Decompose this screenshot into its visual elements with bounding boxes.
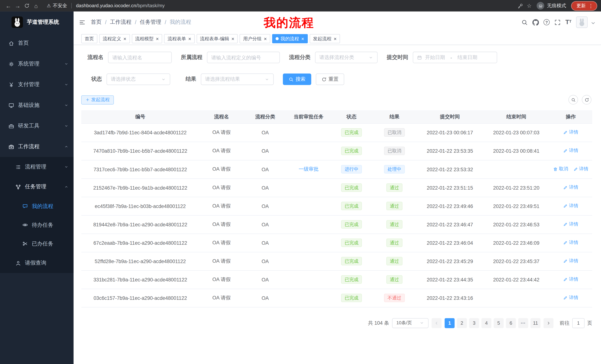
page-title-annotation: 我的流程 xyxy=(264,15,314,31)
view-tab[interactable]: 用户分组 × xyxy=(240,34,270,43)
browser-menu-icon[interactable]: ⋮ xyxy=(588,3,593,8)
table-row: 7470a810-7b9b-11ec-b5b7-acde48001122 OA … xyxy=(81,142,592,160)
breadcrumb-item[interactable]: 工作流程 xyxy=(110,19,131,26)
status-badge: 进行中 xyxy=(341,165,362,173)
detail-link[interactable]: 详情 xyxy=(563,221,578,228)
sidebar-item-todo-tasks[interactable]: 待办任务 xyxy=(0,216,74,234)
view-tab[interactable]: 首页 × xyxy=(81,34,98,43)
home-icon xyxy=(8,40,14,46)
close-icon[interactable]: × xyxy=(334,36,337,41)
search-button[interactable]: 搜索 xyxy=(283,74,311,85)
security-indicator[interactable]: ⚠不安全 xyxy=(47,2,67,9)
process-name-input[interactable] xyxy=(112,55,168,60)
close-icon[interactable]: × xyxy=(301,36,304,41)
detail-link[interactable]: 详情 xyxy=(563,295,578,301)
sidebar-item-process-mgmt[interactable]: 流程管理 xyxy=(0,157,74,177)
browser-forward-icon[interactable]: → xyxy=(13,1,22,10)
close-icon[interactable]: × xyxy=(156,36,159,41)
url-host: dashboard.yudao.iocoder.cn xyxy=(76,3,136,9)
detail-link[interactable]: 详情 xyxy=(563,276,578,283)
address-bar[interactable]: dashboard.yudao.iocoder.cn/bpm/task/my xyxy=(76,3,165,9)
help-icon[interactable]: ? xyxy=(544,19,550,25)
bookmark-star-icon[interactable]: ☆ xyxy=(527,3,532,9)
status-select[interactable]: 请选择状态 xyxy=(107,74,170,85)
sidebar-item-task-mgmt[interactable]: 任务管理 xyxy=(0,177,74,197)
result-select[interactable]: 请选择流程结果 xyxy=(201,74,274,85)
sidebar-item-done-tasks[interactable]: 已办任务 xyxy=(0,234,74,253)
current-task-link[interactable]: 一级审批 xyxy=(299,166,319,172)
page-button[interactable]: 11 xyxy=(531,318,541,328)
page-button[interactable]: 3 xyxy=(469,318,479,328)
browser-reload-icon[interactable] xyxy=(22,1,31,10)
page-button[interactable]: 4 xyxy=(481,318,491,328)
cancel-link[interactable]: 取消 xyxy=(553,166,568,172)
page-button[interactable]: 1 xyxy=(445,318,455,328)
close-icon[interactable]: × xyxy=(264,36,267,41)
avatar-caret-icon[interactable] xyxy=(590,20,596,26)
url-divider xyxy=(71,3,72,9)
detail-link[interactable]: 详情 xyxy=(563,258,578,264)
table-row: 03c6c157-7b9a-11ec-a290-acde48001122 OA … xyxy=(81,289,592,307)
fullscreen-icon[interactable] xyxy=(554,19,561,25)
close-icon[interactable]: × xyxy=(123,36,127,41)
cell-id: 331bc281-7b9a-11ec-a290-acde48001122 xyxy=(81,270,199,289)
password-key-icon[interactable] xyxy=(518,3,523,9)
incognito-icon xyxy=(537,2,544,10)
result-badge: 已取消 xyxy=(384,128,405,136)
close-icon[interactable]: × xyxy=(188,36,191,41)
sidebar-item-my-process[interactable]: 我的流程 xyxy=(0,197,74,216)
table-row: 67c2eaab-7b9a-11ec-a290-acde48001122 OA … xyxy=(81,234,592,252)
sidebar-menu: 首页 系统管理 支付管理 基础设施 研发工具 工作流程 流程管理 任务管理 我的… xyxy=(0,33,74,273)
detail-link[interactable]: 详情 xyxy=(573,166,588,172)
reset-button[interactable]: 重置 xyxy=(316,74,344,85)
font-size-icon[interactable]: TT xyxy=(565,19,571,25)
category-select[interactable]: 请选择流程分类 xyxy=(315,52,377,63)
browser-back-icon[interactable]: ← xyxy=(4,1,13,10)
column-header: 结束时间 xyxy=(483,110,549,123)
detail-link[interactable]: 详情 xyxy=(563,203,578,209)
search-icon[interactable] xyxy=(521,19,528,25)
sidebar-item-payment[interactable]: 支付管理 xyxy=(0,74,74,95)
sidebar-item-workflow[interactable]: 工作流程 xyxy=(0,136,74,157)
view-tab[interactable]: 流程表单 × xyxy=(164,34,195,43)
refresh-table-button[interactable] xyxy=(582,95,591,105)
prev-page-button[interactable] xyxy=(432,318,442,328)
next-page-button[interactable] xyxy=(543,318,553,328)
sidebar-item-home[interactable]: 首页 xyxy=(0,33,74,53)
sidebar-item-infra[interactable]: 基础设施 xyxy=(0,95,74,115)
page-button[interactable]: 5 xyxy=(494,318,504,328)
avatar[interactable] xyxy=(576,17,588,28)
detail-link[interactable]: 详情 xyxy=(563,129,578,136)
page-button[interactable]: ••• xyxy=(518,318,528,328)
page-size-select[interactable]: 10条/页 xyxy=(392,318,429,328)
github-icon[interactable] xyxy=(532,19,539,25)
detail-link[interactable]: 详情 xyxy=(563,184,578,191)
detail-link[interactable]: 详情 xyxy=(563,147,578,154)
goto-page-input[interactable] xyxy=(572,318,584,328)
browser-home-icon[interactable]: ⌂ xyxy=(31,1,41,10)
update-button[interactable]: 更新⋮ xyxy=(571,1,597,10)
page-button[interactable]: 6 xyxy=(506,318,516,328)
page-button[interactable]: 2 xyxy=(457,318,467,328)
toggle-search-button[interactable] xyxy=(569,95,578,105)
breadcrumb-item[interactable]: 首页 xyxy=(91,19,102,26)
create-process-button[interactable]: 发起流程 xyxy=(81,95,114,105)
status-label: 状态 xyxy=(88,76,107,83)
sidebar-item-leave-query[interactable]: 请假查询 xyxy=(0,253,74,273)
sidebar-item-system[interactable]: 系统管理 xyxy=(0,54,74,74)
view-tab[interactable]: 流程表单-编辑 × xyxy=(197,34,238,43)
view-tab[interactable]: 流程模型 × xyxy=(132,34,162,43)
view-tab[interactable]: 流程定义 × xyxy=(99,34,130,43)
cell-process-name: OA 请假 xyxy=(199,270,244,289)
sidebar-item-devtools[interactable]: 研发工具 xyxy=(0,115,74,136)
breadcrumb-item[interactable]: 任务管理 xyxy=(140,19,161,26)
view-tab[interactable]: 发起流程 × xyxy=(310,34,340,43)
hamburger-icon[interactable] xyxy=(74,19,91,25)
view-tab[interactable]: 我的流程 × xyxy=(272,34,308,43)
cell-submit-time: 2022-01-22 23:49:46 xyxy=(416,197,483,215)
process-def-input[interactable] xyxy=(211,55,276,60)
detail-link[interactable]: 详情 xyxy=(563,239,578,246)
chevron-down-icon xyxy=(64,62,69,66)
close-icon[interactable]: × xyxy=(231,36,234,41)
date-range-picker[interactable]: 开始日期 - 结束日期 xyxy=(413,52,497,63)
